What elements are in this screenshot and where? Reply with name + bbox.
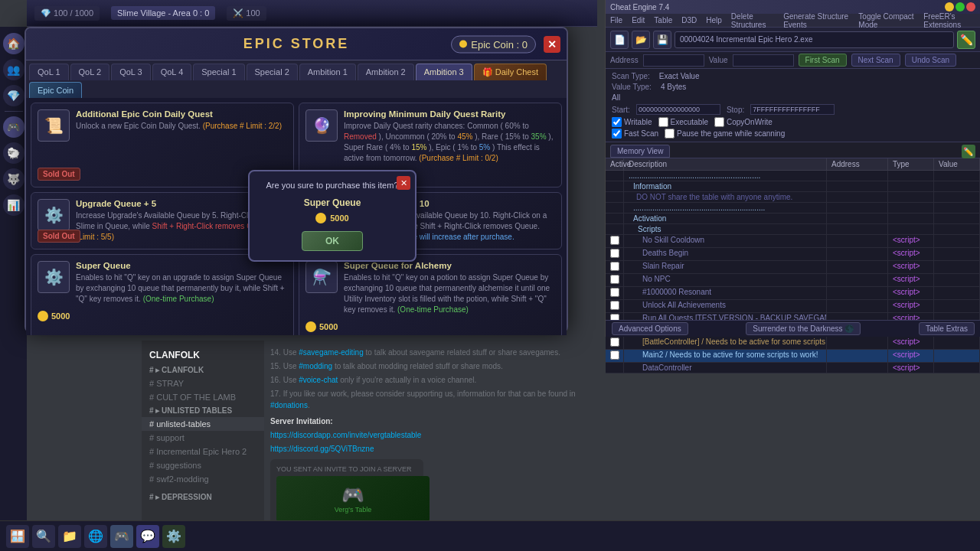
game-taskbar: 💎 100 / 1000 Slime Village - Area 0 : 0 … (27, 0, 597, 27)
store-close-btn[interactable]: ✕ (544, 36, 560, 53)
ce-minimize-btn[interactable] (945, 2, 954, 11)
table-row[interactable]: #1000000 Resonant <script> (606, 287, 980, 300)
tab-special2[interactable]: Special 2 (247, 64, 298, 80)
ce-value-input[interactable] (733, 54, 794, 67)
sidebar-icon-server1[interactable]: 🎮 (3, 116, 24, 138)
ce-menu-edit[interactable]: Edit (632, 16, 645, 24)
table-row[interactable]: [BattleController] / Needs to be active … (606, 337, 980, 350)
ce-menu-generate[interactable]: Generate Structure Events (783, 12, 849, 29)
discord-channel-support[interactable]: support (142, 431, 264, 445)
tab-qol1[interactable]: QoL 1 (29, 64, 69, 80)
ce-start-input[interactable] (636, 104, 720, 115)
ce-btn-new[interactable]: 📄 (610, 31, 629, 49)
tab-daily-chest[interactable]: Daily Chest (474, 64, 547, 80)
taskbar-icon-discord[interactable]: 💬 (136, 525, 159, 548)
ce-btn-open[interactable]: 📂 (632, 31, 650, 49)
discord-invite-link-2[interactable]: https://discord.gg/5QViTBnzne (270, 443, 603, 455)
ce-menu-toggle[interactable]: Toggle Compact Mode (858, 12, 914, 29)
ce-stop-input[interactable] (750, 104, 835, 115)
taskbar-icon-ce[interactable]: ⚙️ (162, 525, 185, 548)
ce-executable-check[interactable]: Executable (658, 117, 708, 127)
taskbar-icon-ieh2[interactable]: 🎮 (110, 525, 133, 548)
taskbar-icon-file[interactable]: 📁 (58, 525, 81, 548)
tab-special1[interactable]: Special 1 (193, 64, 244, 80)
ce-copyon-check[interactable]: CopyOnWrite (714, 117, 773, 127)
ce-first-scan-btn[interactable]: First Scan (799, 54, 847, 67)
game-tab-inventory[interactable]: 💎 100 / 1000 (34, 6, 100, 21)
ce-btn-save[interactable]: 💾 (653, 31, 671, 49)
item5-price-value: 5000 (51, 311, 70, 321)
ce-menu-file[interactable]: File (610, 16, 622, 24)
ce-menu-table[interactable]: Table (654, 16, 672, 24)
ce-menu-delete[interactable]: Delete Structures (731, 12, 774, 29)
ce-edit-icon[interactable]: ✏️ (962, 145, 975, 158)
tab-qol4[interactable]: QoL 4 (152, 64, 192, 80)
tab-epic-coin[interactable]: Epic Coin (29, 82, 82, 98)
sidebar-icon-home[interactable]: 🏠 (3, 33, 24, 54)
discord-server-name[interactable]: CLANFOLK (142, 347, 264, 364)
ce-scan-type-value: Exact Value (659, 72, 700, 80)
sidebar-icon-server3[interactable]: 🐺 (3, 168, 24, 190)
game-tab-stats[interactable]: Slime Village - Area 0 : 0 (111, 6, 215, 20)
table-row[interactable]: Deaths Begin <script> (606, 248, 980, 261)
sidebar-icon-server4[interactable]: 📊 (3, 194, 24, 216)
item1-icon: 📜 (38, 109, 70, 142)
ok-button[interactable]: OK (302, 231, 363, 251)
ce-value-type-label: Value Type: (612, 83, 652, 91)
ce-address-input[interactable] (643, 54, 704, 67)
ce-undo-scan-btn[interactable]: Undo Scan (905, 54, 956, 67)
ce-memory-view-tab[interactable]: Memory View (610, 145, 670, 158)
ce-table-extras-btn[interactable]: Table Extras (919, 322, 975, 335)
item6-info: Super Queue for Alchemy Enables to hit "… (344, 261, 555, 315)
ce-menu-help[interactable]: Help (706, 16, 722, 24)
start-button[interactable]: 🪟 (6, 525, 29, 548)
ce-writable-check[interactable]: Writable (612, 117, 652, 127)
discord-link-savegame[interactable]: #savegame-editing (299, 348, 364, 357)
ce-fastscan-check[interactable]: Fast Scan (612, 129, 658, 139)
ce-next-scan-btn[interactable]: Next Scan (851, 54, 900, 67)
ce-scan-btn-active[interactable]: ✏️ (957, 31, 975, 49)
sidebar-icon-nitro[interactable]: 💎 (3, 85, 24, 106)
tab-ambition3[interactable]: Ambition 3 (416, 64, 472, 80)
ce-menu-freer[interactable]: FreeER's Extensions (923, 12, 975, 29)
sidebar-icon-friends[interactable]: 👥 (3, 59, 24, 80)
ce-close-btn[interactable] (966, 2, 975, 11)
ce-process-select[interactable]: 00004024 Incremental Epic Hero 2.exe (675, 31, 954, 48)
table-row[interactable]: No NPC <script> (606, 274, 980, 287)
ce-maximize-btn[interactable] (956, 2, 965, 11)
tab-ambition2[interactable]: Ambition 2 (358, 64, 414, 80)
table-row-highlighted[interactable]: Main2 / Needs to be active for some scri… (606, 350, 980, 363)
ce-advanced-options-btn[interactable]: Advanced Options (612, 322, 688, 335)
discord-link-donations[interactable]: #donations (270, 401, 308, 409)
ce-th-description: Description (624, 158, 827, 170)
ce-surrender-btn[interactable]: Surrender to the Darkness 🌑 (746, 322, 861, 335)
search-icon[interactable]: 🔍 (32, 525, 55, 548)
tab-qol2[interactable]: QoL 2 (70, 64, 110, 80)
item5-info: Super Queue Enables to hit "Q" key on an… (76, 261, 287, 305)
tab-ambition1[interactable]: Ambition 1 (299, 64, 356, 80)
ce-menu-d3d[interactable]: D3D (681, 16, 697, 24)
game-tab-battle[interactable]: ⚔️ 100 (227, 6, 266, 21)
modal-close-btn[interactable]: ✕ (397, 176, 410, 190)
ce-th-active: Active (606, 158, 624, 170)
discord-link-modding[interactable]: #modding (299, 362, 332, 370)
tab-qol3[interactable]: QoL 3 (111, 64, 151, 80)
discord-invite-link-1[interactable]: https://discordapp.com/invite/vergtables… (270, 429, 603, 441)
store-title-bar: EPIC STORE Epic Coin : 0 ✕ (26, 28, 567, 60)
discord-channel-cult[interactable]: CULT OF THE LAMB (142, 390, 264, 404)
store-title: EPIC STORE (243, 36, 350, 51)
discord-channel-stray[interactable]: STRAY (142, 377, 264, 390)
table-row[interactable]: Slain Repair <script> (606, 261, 980, 274)
discord-channel-ieh2[interactable]: Incremental Epic Hero 2 (142, 445, 264, 458)
table-row: DO NOT share the table with anyone anyti… (606, 192, 980, 203)
discord-link-voice[interactable]: #voice-chat (299, 376, 338, 384)
sidebar-icon-server2[interactable]: 🐑 (3, 142, 24, 164)
table-row[interactable]: No Skill Cooldown <script> (606, 235, 980, 248)
table-row[interactable]: DataController <script> (606, 363, 980, 373)
ce-pausegame-check[interactable]: Pause the game while scanning (665, 129, 785, 139)
taskbar-icon-edge[interactable]: 🌐 (84, 525, 107, 548)
discord-channel-unlisted-tables[interactable]: unlisted-tables (142, 417, 264, 431)
table-row[interactable]: Unlock All Achievements <script> (606, 300, 980, 313)
discord-channel-swf2[interactable]: swf2-modding (142, 472, 264, 486)
discord-channel-suggestions[interactable]: suggestions (142, 458, 264, 472)
